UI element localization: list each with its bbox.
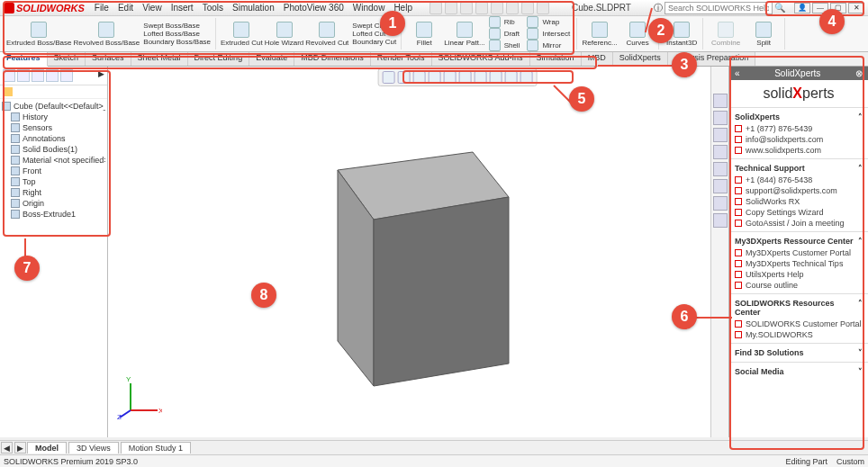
taskpane-resources-icon[interactable] bbox=[713, 94, 728, 108]
edit-appearance-icon[interactable] bbox=[489, 71, 502, 84]
menu-window[interactable]: Window bbox=[348, 2, 390, 13]
orientation-triad[interactable]: Y X Z bbox=[117, 374, 162, 419]
close-button[interactable]: ✕ bbox=[848, 3, 864, 13]
support-phone[interactable]: +1 (844) 876-5438 bbox=[735, 175, 863, 185]
scroll-left-icon[interactable]: ◀ bbox=[1, 442, 13, 454]
qat-print-icon[interactable] bbox=[475, 2, 488, 14]
taskpane-expand-icon[interactable]: « bbox=[735, 68, 740, 78]
taskpane-file-explorer-icon[interactable] bbox=[713, 128, 728, 142]
cube-model[interactable] bbox=[284, 116, 554, 404]
customer-portal[interactable]: My3DXperts Customer Portal bbox=[735, 247, 863, 258]
qat-save-icon[interactable] bbox=[460, 2, 473, 14]
qat-options-icon[interactable] bbox=[537, 2, 549, 14]
tab-direct-editing[interactable]: Direct Editing bbox=[188, 52, 250, 66]
tab-sheet-metal[interactable]: Sheet Metal bbox=[131, 52, 188, 66]
qat-undo-icon[interactable] bbox=[491, 2, 503, 14]
extruded-boss-button[interactable]: Extruded Boss/Base bbox=[6, 22, 71, 47]
menu-edit[interactable]: Edit bbox=[113, 2, 138, 13]
reference-geometry-button[interactable]: Referenc... bbox=[582, 22, 618, 47]
section-header[interactable]: Find 3D Solutions˅ bbox=[735, 346, 863, 359]
tab-render-tools[interactable]: Render Tools bbox=[371, 52, 432, 66]
copy-settings-wizard[interactable]: Copy Settings Wizard bbox=[735, 207, 863, 218]
tree-top-plane[interactable]: Top bbox=[2, 176, 105, 187]
contact-email[interactable]: info@solidxperts.com bbox=[735, 134, 863, 145]
tree-origin[interactable]: Origin bbox=[2, 198, 105, 209]
tree-boss-extrude[interactable]: Boss-Extrude1 bbox=[2, 209, 105, 220]
tab-simulation[interactable]: Simulation bbox=[530, 52, 582, 66]
contact-phone[interactable]: +1 (877) 876-5439 bbox=[735, 123, 863, 134]
menu-view[interactable]: View bbox=[138, 2, 167, 13]
taskpane-design-library-icon[interactable] bbox=[713, 111, 728, 125]
my-solidworks[interactable]: My.SOLIDWORKS bbox=[735, 329, 863, 340]
tab-evaluate[interactable]: Evaluate bbox=[249, 52, 294, 66]
linear-pattern-button[interactable]: Linear Patt... bbox=[444, 22, 484, 47]
zoom-area-icon[interactable] bbox=[397, 71, 410, 84]
zoom-fit-icon[interactable] bbox=[382, 71, 394, 84]
contact-web[interactable]: www.solidxperts.com bbox=[735, 145, 863, 156]
feature-filter[interactable] bbox=[0, 85, 107, 99]
wrap-button[interactable]: Wrap bbox=[525, 16, 574, 28]
menu-tools[interactable]: Tools bbox=[198, 2, 228, 13]
qat-open-icon[interactable] bbox=[445, 2, 457, 14]
tree-right-plane[interactable]: Right bbox=[2, 187, 105, 198]
fm-tab-design-tree-icon[interactable] bbox=[3, 69, 15, 82]
draft-button[interactable]: Draft bbox=[487, 28, 524, 40]
revolved-cut-button[interactable]: Revolved Cut bbox=[305, 22, 348, 47]
tree-annotations[interactable]: Annotations bbox=[2, 133, 105, 144]
view-settings-icon[interactable] bbox=[520, 71, 532, 84]
qat-select-icon[interactable] bbox=[506, 2, 519, 14]
tree-material[interactable]: Material <not specified> bbox=[2, 155, 105, 166]
tree-history[interactable]: History bbox=[2, 112, 105, 122]
taskpane-forum-icon[interactable] bbox=[713, 196, 728, 211]
solidworks-rx[interactable]: SolidWorks RX bbox=[735, 196, 863, 207]
revolved-boss-button[interactable]: Revolved Boss/Base bbox=[73, 22, 140, 47]
taskpane-custom-props-icon[interactable] bbox=[713, 179, 728, 193]
boundary-boss-button[interactable]: Boundary Boss/Base bbox=[141, 38, 212, 46]
fm-tab-config-icon[interactable] bbox=[32, 69, 44, 82]
tab-mbd[interactable]: MBD bbox=[582, 52, 613, 66]
menu-simulation[interactable]: Simulation bbox=[228, 2, 279, 13]
display-style-icon[interactable] bbox=[458, 71, 471, 84]
tab-3d-views[interactable]: 3D Views bbox=[68, 442, 119, 454]
tree-root[interactable]: Cube (Default<<Default>_Pho... bbox=[2, 101, 105, 112]
view-orientation-icon[interactable] bbox=[443, 71, 456, 84]
qat-rebuild-icon[interactable] bbox=[521, 2, 534, 14]
status-units[interactable]: Custom bbox=[836, 457, 864, 466]
tab-solidxperts[interactable]: SolidXperts bbox=[613, 52, 668, 66]
tab-features[interactable]: Features bbox=[0, 52, 48, 67]
fm-expand-icon[interactable]: ▶ bbox=[98, 69, 104, 82]
section-header[interactable]: Social Media˅ bbox=[735, 365, 863, 378]
tree-front-plane[interactable]: Front bbox=[2, 166, 105, 176]
lofted-boss-button[interactable]: Lofted Boss/Base bbox=[141, 30, 212, 38]
section-header[interactable]: My3DXperts Ressource Center˄ bbox=[735, 235, 863, 247]
section-header[interactable]: SOLIDWORKS Resources Center˄ bbox=[735, 297, 863, 319]
scroll-right-icon[interactable]: ▶ bbox=[14, 442, 26, 454]
mirror-button[interactable]: Mirror bbox=[525, 40, 574, 51]
fillet-button[interactable]: Fillet bbox=[406, 22, 442, 47]
taskpane-solidxperts-icon[interactable] bbox=[713, 213, 728, 228]
rib-button[interactable]: Rib bbox=[487, 16, 524, 28]
sw-customer-portal[interactable]: SOLIDWORKS Customer Portal bbox=[735, 319, 863, 329]
section-view-icon[interactable] bbox=[428, 71, 440, 84]
combine-button[interactable]: Combine bbox=[708, 22, 744, 47]
taskpane-close-icon[interactable]: ⊗ bbox=[855, 68, 863, 78]
search-icon[interactable]: 🔍 bbox=[774, 3, 785, 13]
technical-tips[interactable]: My3DXperts Technical Tips bbox=[735, 258, 863, 269]
search-input[interactable] bbox=[665, 2, 773, 14]
tree-solid-bodies[interactable]: Solid Bodies(1) bbox=[2, 144, 105, 155]
prev-view-icon[interactable] bbox=[412, 71, 425, 84]
tab-surfaces[interactable]: Surfaces bbox=[86, 52, 131, 66]
hide-show-icon[interactable] bbox=[474, 71, 486, 84]
menu-insert[interactable]: Insert bbox=[167, 2, 198, 13]
hole-wizard-button[interactable]: Hole Wizard bbox=[265, 22, 304, 47]
extruded-cut-button[interactable]: Extruded Cut bbox=[221, 22, 263, 47]
menu-photoview[interactable]: PhotoView 360 bbox=[279, 2, 348, 13]
boundary-cut-button[interactable]: Boundary Cut bbox=[350, 38, 398, 46]
tree-sensors[interactable]: Sensors bbox=[2, 122, 105, 133]
qat-new-icon[interactable] bbox=[429, 2, 442, 14]
swept-boss-button[interactable]: Swept Boss/Base bbox=[141, 22, 212, 30]
utilsxperts-help[interactable]: UtilsXperts Help bbox=[735, 269, 863, 280]
taskpane-appearances-icon[interactable] bbox=[713, 162, 728, 176]
support-email[interactable]: support@solidxperts.com bbox=[735, 185, 863, 196]
fm-tab-dim-icon[interactable] bbox=[46, 69, 59, 82]
